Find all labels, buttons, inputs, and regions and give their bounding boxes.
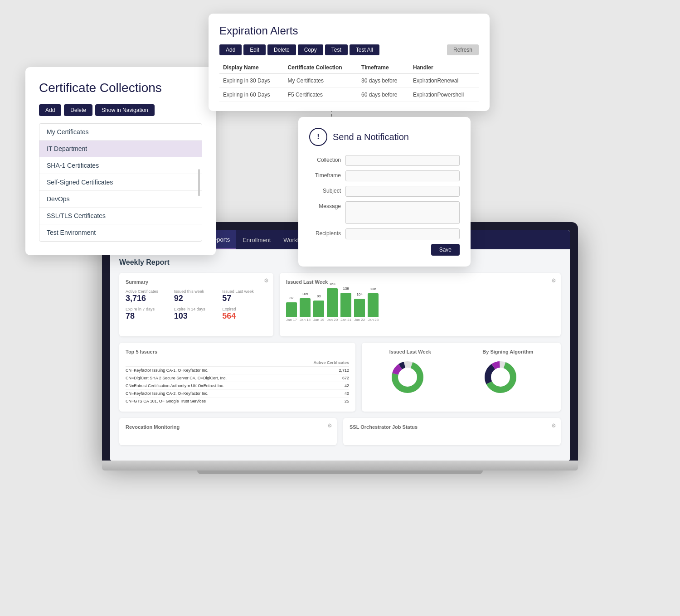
summary-card-title: Summary — [126, 279, 267, 285]
expire-14: Expire in 14 days 103 — [174, 307, 219, 321]
delete-cert-button[interactable]: Delete — [64, 104, 92, 116]
summary-card: Summary ⚙ Active Certificates 3,716 Issu… — [119, 273, 273, 336]
issuers-table: Active Certificates CN=Keyfactor Issuing… — [126, 359, 349, 405]
notification-panel: ! Send a Notification Collection Timefra… — [298, 117, 471, 267]
donut-chart-title-1: Issued Last Week — [389, 349, 431, 354]
recipients-input[interactable] — [345, 228, 460, 239]
revocation-gear-icon[interactable]: ⚙ — [327, 422, 332, 429]
issued-last-week: Issued Last week 57 — [222, 289, 267, 303]
table-row: CN=DigiCert SHA 2 Secure Server CA, O=Di… — [126, 374, 349, 382]
subject-label: Subject — [309, 186, 345, 194]
table-row: CN=Entrust Certification Authority = UK … — [126, 382, 349, 390]
exp-test-button[interactable]: Test — [325, 44, 348, 55]
scrollbar[interactable] — [198, 169, 200, 196]
list-item[interactable]: Test Environment — [39, 224, 202, 241]
table-row: CN=GTS CA 101, O= Google Trust Services … — [126, 398, 349, 405]
collection-label: Collection — [309, 155, 345, 163]
list-item[interactable]: IT Department — [39, 141, 202, 157]
active-certs: Active Certificates 3,716 — [126, 289, 170, 303]
table-row[interactable]: Expiring in 30 Days My Certificates 30 d… — [219, 74, 479, 88]
list-item[interactable]: DevOps — [39, 191, 202, 208]
recipients-row: Recipients — [309, 228, 460, 239]
notification-icon: ! — [309, 128, 327, 146]
issued-this-week: Issued this week 92 — [174, 289, 219, 303]
ssl-gear-icon[interactable]: ⚙ — [551, 422, 556, 429]
nav-enrollment[interactable]: Enrollment — [236, 230, 277, 249]
notification-footer: Save — [309, 244, 460, 256]
donut-chart-title-2: By Signing Algorithm — [482, 349, 533, 354]
expire-7: Expire in 7 days 78 — [126, 307, 170, 321]
laptop-foot — [197, 470, 483, 474]
expiration-alerts-title: Expiration Alerts — [219, 24, 479, 37]
recipients-label: Recipients — [309, 228, 345, 237]
cert-collections-title: Certificate Collections — [39, 81, 202, 95]
exp-refresh-button[interactable]: Refresh — [447, 44, 479, 55]
list-item[interactable]: SSL/TLS Certificates — [39, 208, 202, 224]
revocation-card: Revocation Monitoring ⚙ — [119, 418, 337, 445]
exp-copy-button[interactable]: Copy — [298, 44, 323, 55]
exp-table: Display Name Certificate Collection Time… — [219, 62, 479, 102]
message-row: Message — [309, 201, 460, 224]
subject-input[interactable] — [345, 186, 460, 197]
add-cert-button[interactable]: Add — [39, 104, 61, 116]
cert-list: My Certificates IT Department SHA-1 Cert… — [39, 123, 202, 242]
ssl-orchestrator-title: SSL Orchestrator Job Status — [350, 424, 554, 430]
cert-collections-panel: Certificate Collections Add Delete Show … — [25, 67, 216, 255]
save-button[interactable]: Save — [431, 244, 460, 256]
subject-row: Subject — [309, 186, 460, 197]
bottom-row-2: Revocation Monitoring ⚙ SSL Orchestrator… — [119, 418, 561, 445]
bar-chart-title: Issued Last Week — [286, 279, 554, 285]
donut-chart-card: Issued Last Week By Signing — [362, 343, 561, 412]
table-row: CN=Keyfactor Issuing CA-1, O=Keyfactor I… — [126, 367, 349, 374]
exp-delete-button[interactable]: Delete — [267, 44, 296, 55]
top-issuers-card: Top 5 Issuers Active Certificates CN — [119, 343, 355, 412]
expiration-alerts-panel: Expiration Alerts Add Edit Delete Copy T… — [209, 14, 490, 111]
exp-toolbar: Add Edit Delete Copy Test Test All Refre… — [219, 44, 479, 55]
top-cards-row: Summary ⚙ Active Certificates 3,716 Issu… — [119, 273, 561, 336]
list-item[interactable]: SHA-1 Certificates — [39, 157, 202, 174]
bar-chart-card: Issued Last Week ⚙ 82 Jan 17 — [280, 273, 561, 336]
timeframe-input[interactable] — [345, 170, 460, 181]
laptop-base — [102, 461, 578, 470]
message-label: Message — [309, 201, 345, 209]
collection-input[interactable] — [345, 155, 460, 166]
show-in-nav-button[interactable]: Show in Navigation — [95, 104, 155, 116]
revocation-title: Revocation Monitoring — [126, 424, 330, 430]
ssl-orchestrator-card: SSL Orchestrator Job Status ⚙ — [343, 418, 561, 445]
dashboard-content: Weekly Report Summary ⚙ Active Certifica… — [110, 249, 570, 461]
top-issuers-title: Top 5 Issuers — [126, 349, 349, 354]
expired: Expired 564 — [222, 307, 267, 321]
exp-testall-button[interactable]: Test All — [350, 44, 379, 55]
exp-add-button[interactable]: Add — [219, 44, 242, 55]
collection-row: Collection — [309, 155, 460, 166]
donut-chart-1 — [389, 359, 426, 395]
table-row: CN=Keyfactor Issuing CA-2, O=Keyfactor I… — [126, 390, 349, 398]
bar-chart-gear-icon[interactable]: ⚙ — [551, 277, 556, 284]
list-item[interactable]: Self-Signed Certificates — [39, 174, 202, 191]
exp-edit-button[interactable]: Edit — [243, 44, 266, 55]
timeframe-label: Timeframe — [309, 170, 345, 179]
table-row[interactable]: Expiring in 60 Days F5 Certificates 60 d… — [219, 88, 479, 102]
summary-grid: Active Certificates 3,716 Issued this we… — [126, 289, 267, 321]
donut-chart-2 — [482, 359, 519, 395]
gear-icon[interactable]: ⚙ — [264, 277, 269, 284]
bottom-cards-row: Top 5 Issuers Active Certificates CN — [119, 343, 561, 412]
cert-collections-toolbar: Add Delete Show in Navigation — [39, 104, 202, 116]
message-textarea[interactable] — [345, 201, 460, 224]
notification-header: ! Send a Notification — [309, 128, 460, 146]
timeframe-row: Timeframe — [309, 170, 460, 181]
list-item[interactable]: My Certificates — [39, 124, 202, 141]
notification-title: Send a Notification — [333, 132, 409, 142]
